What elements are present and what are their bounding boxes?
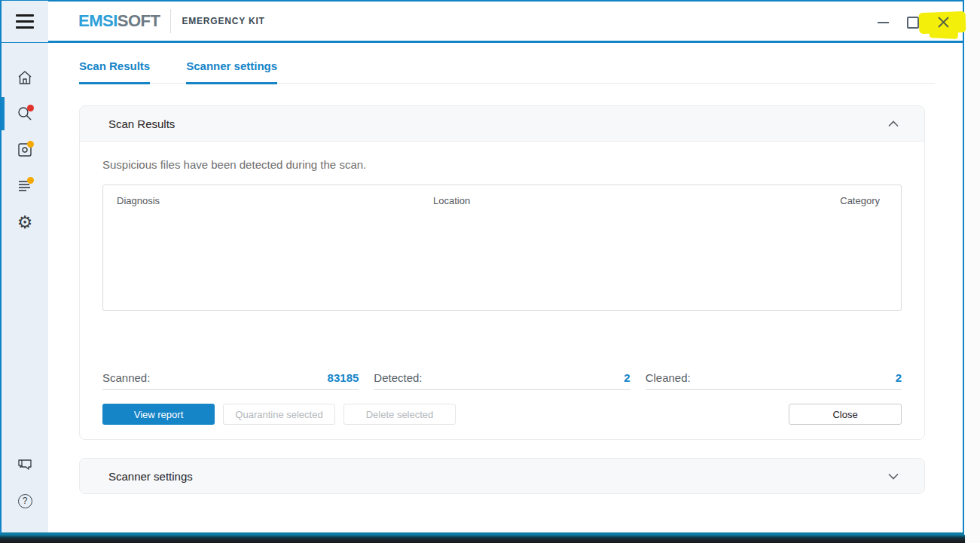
sidebar-item-logs[interactable]	[2, 168, 48, 204]
desktop-background: EMSISOFT EMERGENCY KIT	[0, 0, 980, 543]
window-controls	[868, 2, 958, 43]
view-report-button[interactable]: View report	[102, 404, 215, 425]
sidebar: ⚙ ?	[2, 43, 48, 532]
results-table: Diagnosis Location Category	[102, 185, 902, 311]
scan-stats: Scanned: 83185 Detected: 2 Cleaned: 2	[102, 371, 902, 390]
close-icon	[937, 16, 950, 29]
panel-title: Scan Results	[108, 117, 175, 130]
stat-detected: Detected: 2	[374, 371, 630, 390]
app-window: EMSISOFT EMERGENCY KIT	[0, 0, 964, 535]
minimize-button[interactable]	[868, 7, 898, 38]
scanner-settings-panel-header[interactable]: Scanner settings	[80, 459, 924, 493]
app-logo: EMSISOFT	[78, 11, 160, 31]
stat-scanned: Scanned: 83185	[102, 371, 359, 390]
tab-scanner-settings[interactable]: Scanner settings	[186, 59, 277, 84]
main-content: Scan Results Scanner settings Scan Resul…	[48, 43, 963, 532]
column-header-category: Category	[714, 195, 880, 206]
brand-divider	[170, 9, 171, 33]
title-bar: EMSISOFT EMERGENCY KIT	[2, 2, 963, 43]
logs-badge	[27, 177, 34, 184]
sidebar-item-feedback[interactable]	[2, 447, 48, 483]
stat-value: 83185	[328, 371, 359, 384]
action-buttons: View report Quarantine selected Delete s…	[102, 404, 902, 425]
scan-message: Suspicious files have been detected duri…	[102, 158, 902, 171]
window-body: ⚙ ? Scan Results Sca	[2, 43, 963, 532]
stat-label: Cleaned:	[646, 371, 691, 384]
scan-results-panel-header[interactable]: Scan Results	[80, 106, 924, 142]
stat-label: Detected:	[374, 371, 422, 384]
brand: EMSISOFT EMERGENCY KIT	[78, 9, 265, 33]
close-panel-button[interactable]: Close	[789, 404, 902, 425]
gear-icon: ⚙	[17, 214, 33, 231]
sidebar-item-home[interactable]	[2, 59, 48, 96]
stat-cleaned: Cleaned: 2	[646, 371, 902, 390]
menu-button[interactable]	[2, 1, 48, 42]
column-header-location: Location	[433, 195, 714, 206]
minimize-icon	[878, 22, 889, 23]
sidebar-item-quarantine[interactable]	[2, 132, 48, 168]
window-bottom-edge	[0, 535, 965, 543]
sidebar-item-settings[interactable]: ⚙	[2, 204, 48, 240]
sidebar-item-help[interactable]: ?	[2, 483, 48, 519]
scan-results-body: Suspicious files have been detected duri…	[80, 142, 924, 439]
scan-results-panel: Scan Results Suspicious files have been …	[79, 105, 925, 440]
results-table-header: Diagnosis Location Category	[103, 185, 901, 206]
tab-scan-results[interactable]: Scan Results	[79, 59, 150, 84]
maximize-icon	[907, 17, 919, 29]
logo-secondary: SOFT	[118, 11, 160, 30]
hamburger-icon	[16, 14, 34, 17]
home-icon	[16, 69, 34, 87]
stat-value: 2	[896, 371, 902, 384]
quarantine-selected-button[interactable]: Quarantine selected	[223, 404, 335, 425]
logo-primary: EMSI	[78, 11, 118, 30]
panel-title: Scanner settings	[108, 470, 193, 483]
help-glyph: ?	[23, 496, 28, 506]
column-header-diagnosis: Diagnosis	[117, 195, 433, 206]
chat-icon	[16, 456, 34, 474]
scan-alert-badge	[27, 105, 34, 111]
scanner-settings-panel: Scanner settings	[79, 458, 925, 494]
quarantine-badge	[27, 141, 34, 148]
chevron-up-icon[interactable]	[888, 120, 899, 127]
stat-label: Scanned:	[102, 371, 150, 384]
delete-selected-button[interactable]: Delete selected	[343, 404, 456, 425]
sidebar-item-scan[interactable]	[2, 96, 48, 132]
chevron-down-icon[interactable]	[888, 473, 899, 480]
product-name: EMERGENCY KIT	[182, 16, 264, 26]
stat-value: 2	[624, 371, 630, 384]
help-icon: ?	[18, 494, 32, 508]
close-button[interactable]	[928, 7, 958, 38]
tab-bar: Scan Results Scanner settings	[79, 59, 935, 84]
